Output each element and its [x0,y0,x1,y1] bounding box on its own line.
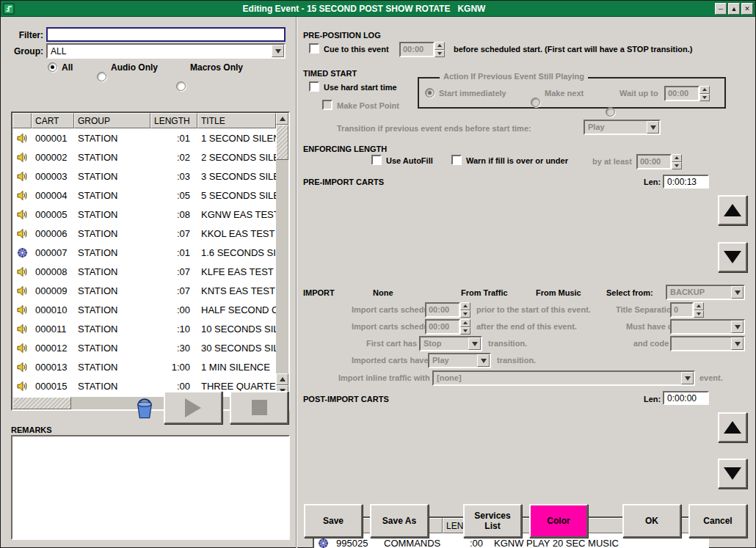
cart-row[interactable]: 000005 STATION :08 KGNW EAS TEST [12,205,276,224]
remarks-box[interactable] [11,435,290,540]
dropdown-arrow-icon[interactable] [731,286,744,299]
header-length[interactable]: LENGTH [150,113,197,128]
and-code-select[interactable] [670,336,745,351]
inline-traffic-select[interactable]: [none] [432,370,695,386]
cue-time-spinner[interactable]: 00:00 [399,42,445,57]
spin-down-icon[interactable] [435,50,445,58]
cart-row[interactable]: 000002 STATION :02 2 SECONDS SILE [12,147,276,167]
scrollbar-thumb[interactable] [276,125,288,160]
post-import-len-field[interactable]: 0:00:00 [663,391,709,405]
radio-all[interactable] [48,62,57,72]
spin-up-icon[interactable] [435,42,445,50]
dropdown-arrow-icon[interactable] [731,321,744,333]
title-separation-spinner[interactable]: 0 [670,302,704,318]
header-title[interactable]: TITLE [197,113,276,128]
spin-down-icon[interactable] [672,162,682,170]
cart-row[interactable]: 000006 STATION :07 KKOL EAS TEST I [12,224,276,243]
timed-start-section-label: TIMED START [303,69,357,78]
select-from-select[interactable]: BACKUP [666,285,745,300]
pre-import-move-down-button[interactable] [718,242,747,272]
post-import-move-up-button[interactable] [718,412,747,442]
spin-down-icon[interactable] [699,94,710,102]
spin-up-icon[interactable] [460,319,470,327]
scrollbar-track[interactable] [71,397,252,409]
wait-up-to-radio[interactable] [606,107,615,117]
warn-fill-checkbox[interactable] [451,155,462,165]
by-at-least-spinner[interactable]: 00:00 [636,154,682,169]
spin-down-icon[interactable] [694,310,704,318]
sched-prior-spinner[interactable]: 00:00 [425,302,470,318]
group-select[interactable]: ALL [46,43,286,59]
color-button[interactable]: Color [529,504,588,538]
scroll-up-icon[interactable] [276,373,288,385]
cart-group: STATION [74,362,150,373]
sched-after-spinner[interactable]: 00:00 [425,319,470,335]
spin-down-icon[interactable] [460,310,470,318]
cart-row[interactable]: 000007 STATION :01 1.6 SECONDS SIL [12,243,276,262]
cart-row[interactable]: 000010 STATION :00 HALF SECOND O [12,300,276,319]
spin-up-icon[interactable] [699,86,710,94]
start-immediately-radio[interactable] [425,88,435,98]
hard-start-checkbox[interactable] [309,81,319,92]
cart-row[interactable]: 000008 STATION :07 KLFE EAS TEST I [12,262,276,281]
scroll-up-icon[interactable] [276,113,288,125]
bucket-icon [133,393,156,423]
filter-input[interactable] [46,27,286,42]
stop-button[interactable] [230,391,288,424]
spin-up-icon[interactable] [694,302,704,310]
cart-row[interactable]: 000003 STATION :03 3 SECONDS SILE [12,167,276,186]
spin-up-icon[interactable] [460,302,470,310]
cart-row[interactable]: 000012 STATION :30 30 SECONDS SIL [12,338,276,357]
sched-prior-note: prior to the start of this event. [476,305,591,314]
dropdown-arrow-icon[interactable] [477,354,490,367]
services-list-button[interactable]: Services List [463,504,522,538]
post-import-move-down-button[interactable] [718,459,747,489]
remarks-textarea[interactable] [12,436,288,538]
save-button[interactable]: Save [304,504,363,538]
imported-carts-label: Imported carts have a [352,356,435,365]
make-next-radio[interactable] [531,98,540,107]
cue-to-event-checkbox[interactable] [309,43,319,54]
cart-row[interactable]: 000013 STATION 1:00 1 MIN SILENCE [12,357,276,376]
cart-group: STATION [74,190,150,201]
cart-row[interactable]: 000001 STATION :01 1 SECOND SILEN [12,128,276,147]
must-have-code-select[interactable] [670,319,745,335]
cart-length: :01 [150,133,197,144]
cart-row[interactable]: 000011 STATION :10 10 SECONDS SIL [12,319,276,338]
first-cart-transition-select[interactable]: Stop [419,336,482,351]
spin-up-icon[interactable] [672,154,682,162]
dropdown-arrow-icon[interactable] [731,337,744,350]
minimize-button[interactable]: ─ [715,3,727,15]
close-button[interactable]: ✕ [741,3,753,15]
dropdown-arrow-icon[interactable] [647,121,659,134]
use-autofill-checkbox[interactable] [371,155,382,165]
scrollbar-thumb[interactable] [12,397,71,409]
play-button[interactable] [164,391,222,424]
vertical-scrollbar[interactable] [276,113,288,397]
ok-button[interactable]: OK [622,504,681,538]
imported-carts-transition-select[interactable]: Play [428,353,491,368]
macro-cart-icon [314,538,332,548]
title-bar[interactable]: Editing Event - 15 SECOND POST SHOW ROTA… [1,1,755,17]
make-post-point-checkbox[interactable] [322,100,332,110]
header-icon-col[interactable] [12,113,32,128]
spin-down-icon[interactable] [460,327,470,335]
dropdown-arrow-icon[interactable] [681,372,694,384]
maximize-button[interactable]: ▲ [728,3,740,15]
dropdown-arrow-icon[interactable] [468,337,481,350]
dropdown-arrow-icon[interactable] [272,45,284,57]
cart-title: 10 SECONDS SIL [197,324,276,335]
cart-row[interactable]: 000004 STATION :05 5 SECONDS SILE [12,186,276,205]
header-cart[interactable]: CART [32,113,74,128]
radio-audio-only[interactable] [97,72,106,81]
header-group[interactable]: GROUP [74,113,150,128]
transition-select[interactable]: Play [584,120,661,135]
cart-row[interactable]: 000009 STATION :07 KNTS EAS TEST I [12,281,276,300]
save-as-button[interactable]: Save As [370,504,429,538]
pre-import-move-up-button[interactable] [718,195,747,225]
radio-macros-only[interactable] [176,81,186,91]
wait-time-spinner[interactable]: 00:00 [664,86,710,101]
pre-import-len-field[interactable]: 0:00:13 [663,175,709,189]
cancel-button[interactable]: Cancel [688,504,747,538]
scrollbar-track[interactable] [276,160,288,373]
